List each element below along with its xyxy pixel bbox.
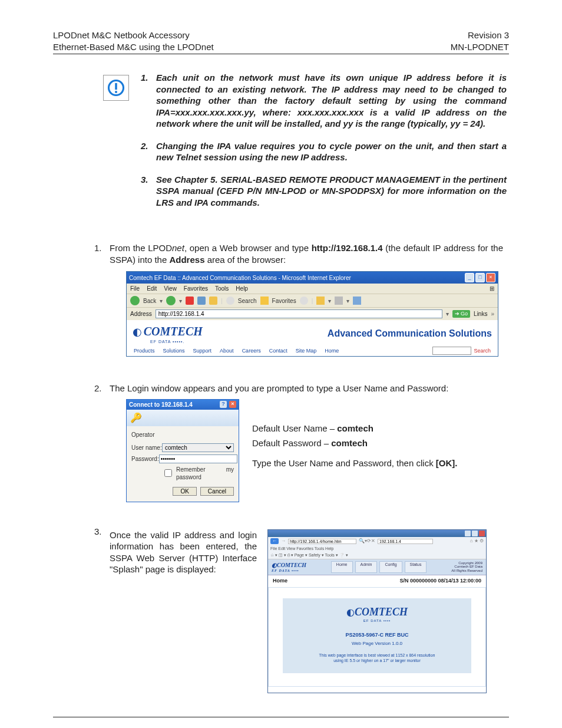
step1-body: From the LPODnet, open a Web browser and…: [110, 242, 503, 374]
refresh-icon[interactable]: [197, 297, 206, 305]
splash-version: Web Page Version 1.0.0: [289, 641, 465, 647]
history-icon[interactable]: [300, 297, 308, 305]
alert-text-3: See Chapter 5. SERIAL-BASED REMOTE PRODU…: [156, 174, 507, 209]
splash-note: This web page interface is best viewed a…: [289, 653, 465, 663]
splash-model: PS2053-5967-C REF BUC: [289, 632, 465, 639]
login-section: Operator: [131, 431, 234, 439]
fwd-arrow-icon[interactable]: →: [281, 538, 286, 544]
splash-main: ◐COMTECH EF DATA ▪▪▪▪ PS2053-5967-C REF …: [268, 587, 486, 686]
alert-block: 1.Each unit on the network must have its…: [53, 72, 509, 219]
alert-num-2: 2.: [141, 140, 156, 163]
cancel-button[interactable]: Cancel: [200, 487, 234, 496]
ie-browser-window: Comtech EF Data :: Advanced Communicatio…: [126, 271, 498, 357]
forward-icon[interactable]: [166, 296, 176, 305]
nav-search-button[interactable]: Search: [474, 348, 491, 355]
nav-home[interactable]: Home: [325, 348, 339, 355]
search-icon[interactable]: [226, 297, 234, 305]
menu-edit[interactable]: Edit: [147, 285, 157, 292]
ie-address-bar: Address ▾ ➔ Go Links »: [127, 308, 498, 320]
username-label: User name:: [131, 444, 162, 452]
menu-view[interactable]: View: [164, 285, 177, 292]
step2-text: The Login window appears and you are pro…: [110, 383, 448, 393]
splash-max-button[interactable]: [472, 531, 478, 536]
close-button[interactable]: ×: [486, 273, 495, 282]
svg-rect-1: [115, 83, 117, 90]
back-label[interactable]: Back: [143, 297, 156, 305]
login-titlebar: Connect to 192.168.1.4 ? ×: [127, 400, 239, 410]
splash-tools-icons[interactable]: ⌂ ★ ⚙: [470, 538, 484, 544]
splash-address-input[interactable]: [288, 539, 356, 544]
back-arrow-icon[interactable]: ←: [270, 538, 279, 544]
favorites-icon[interactable]: [260, 297, 269, 305]
tab-admin[interactable]: Admin: [355, 561, 378, 574]
links-label[interactable]: Links: [474, 310, 487, 318]
back-icon[interactable]: [130, 296, 140, 305]
favorites-label[interactable]: Favorites: [272, 297, 296, 305]
nav-about[interactable]: About: [220, 348, 234, 355]
nav-solutions[interactable]: Solutions: [163, 348, 185, 355]
splash-small-logo: ◐COMTECH EF DATA ▪▪▪▪: [272, 561, 306, 574]
help-button[interactable]: ?: [220, 401, 227, 408]
maximize-button[interactable]: □: [475, 273, 485, 282]
menu-favorites[interactable]: Favorites: [184, 285, 208, 292]
alert-num-1: 1.: [141, 72, 156, 130]
alert-num-3: 3.: [141, 174, 156, 209]
menu-help[interactable]: Help: [236, 285, 248, 292]
header-right-line2: MN-LPODNET: [451, 41, 509, 53]
menu-file[interactable]: File: [130, 285, 140, 292]
splash-copyright: Copyright 2009 Comtech EF Data All Right…: [451, 561, 482, 574]
tab-home[interactable]: Home: [331, 561, 353, 574]
comtech-nav: Products Solutions Support About Careers…: [133, 344, 492, 355]
ie-content: ◐ COMTECH EF DATA ▪▪▪▪▪. Advanced Commun…: [127, 320, 498, 356]
menu-tools[interactable]: Tools: [215, 285, 229, 292]
home-icon[interactable]: [209, 297, 217, 305]
splash-search-input[interactable]: [378, 539, 433, 544]
tab-config[interactable]: Config: [379, 561, 402, 574]
username-input[interactable]: comtech: [162, 443, 234, 452]
ie-titlebar: Comtech EF Data :: Advanced Communicatio…: [127, 272, 498, 284]
mail-icon[interactable]: [316, 297, 325, 305]
nav-support[interactable]: Support: [193, 348, 212, 355]
nav-sitemap[interactable]: Site Map: [296, 348, 317, 355]
login-close-button[interactable]: ×: [229, 401, 236, 408]
login-window: Connect to 192.168.1.4 ? × 🔑 Operator Us…: [126, 399, 239, 502]
splash-logo: COMTECH: [355, 606, 408, 618]
alert-icon: [103, 75, 129, 101]
windows-flag-icon: ⊞: [490, 285, 494, 292]
remember-checkbox[interactable]: [164, 469, 172, 477]
minimize-button[interactable]: _: [465, 273, 474, 282]
splash-window: ← → 🔍▾⟳✕ ⌂ ★ ⚙ File Edit View Favorites …: [267, 529, 487, 693]
stop-icon[interactable]: [186, 297, 194, 305]
alert-text-1: Each unit on the network must have its o…: [156, 72, 507, 130]
header-left-line1: LPODnet M&C Netbook Accessory: [53, 29, 214, 41]
step2-side-text: Default User Name – comtech Default Pass…: [252, 399, 503, 473]
keys-icon: 🔑: [130, 412, 142, 424]
header-left-line2: Ethernet-Based M&C using the LPODnet: [53, 41, 214, 53]
password-input[interactable]: [159, 454, 237, 463]
search-label[interactable]: Search: [238, 297, 257, 305]
footer-rule: [53, 717, 509, 717]
address-input[interactable]: [156, 309, 442, 318]
nav-careers[interactable]: Careers: [242, 348, 261, 355]
splash-menu[interactable]: File Edit View Favorites Tools Help: [268, 545, 486, 552]
password-label: Password:: [131, 455, 159, 463]
splash-topbar: ◐COMTECH EF DATA ▪▪▪▪ Home Admin Config …: [268, 559, 486, 576]
nav-search-input[interactable]: [432, 347, 471, 355]
remember-label: Remember my password: [176, 466, 234, 481]
ok-button[interactable]: OK: [173, 487, 196, 496]
splash-close-button[interactable]: [479, 531, 485, 536]
messenger-icon[interactable]: [353, 297, 361, 305]
print-icon[interactable]: [335, 297, 343, 305]
ie-toolbar: Back ▾ ▾ | Search Favorites | ▾: [127, 294, 498, 308]
ie-title: Comtech EF Data :: Advanced Communicatio…: [129, 274, 351, 282]
page-header: LPODnet M&C Netbook Accessory Ethernet-B…: [53, 29, 509, 54]
splash-menu2[interactable]: ☆ ▾ ◫ ▾ ⎙ ▾ Page ▾ Safety ▾ Tools ▾ ❔ ▾: [268, 552, 486, 559]
tab-status[interactable]: Status: [405, 561, 427, 574]
comtech-tagline: Advanced Communication Solutions: [328, 328, 492, 340]
nav-contact[interactable]: Contact: [269, 348, 287, 355]
go-button[interactable]: ➔ Go: [452, 310, 471, 318]
login-header: 🔑: [127, 410, 239, 426]
splash-serial: S/N 000000000 08/14/13 12:00:00: [399, 578, 481, 585]
splash-min-button[interactable]: [465, 531, 471, 536]
nav-products[interactable]: Products: [134, 348, 155, 355]
